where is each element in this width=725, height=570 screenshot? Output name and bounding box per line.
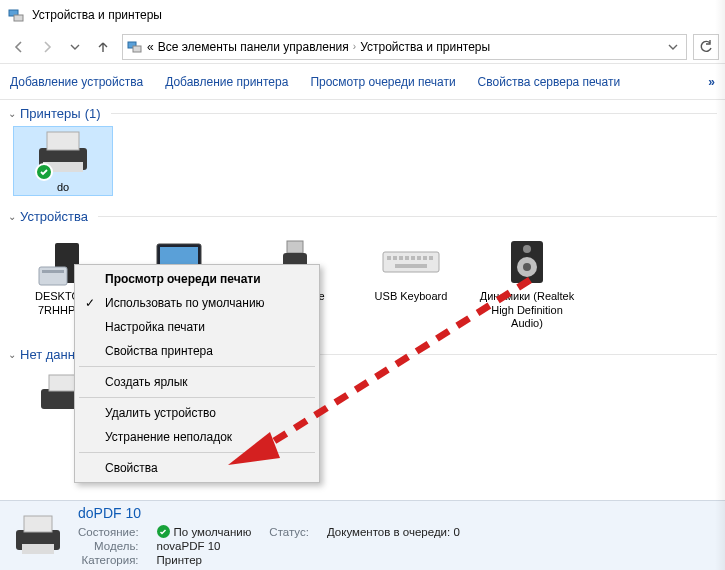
svg-rect-23 [423, 256, 427, 260]
svg-rect-19 [399, 256, 403, 260]
details-state-value: По умолчанию [157, 525, 252, 538]
details-status-value: Документов в очереди: 0 [327, 526, 460, 538]
default-badge-icon [35, 163, 53, 181]
speaker-icon [495, 236, 559, 288]
group-label: Устройства [20, 209, 88, 224]
server-properties-command[interactable]: Свойства сервера печати [478, 75, 621, 89]
details-state-label: Состояние: [78, 526, 139, 538]
chevron-down-icon: ⌄ [8, 211, 16, 222]
details-pane: doPDF 10 Состояние: По умолчанию Статус:… [0, 500, 725, 570]
details-model-value: novaPDF 10 [157, 540, 252, 552]
chevron-down-icon: ⌄ [8, 108, 16, 119]
ctx-printer-properties[interactable]: Свойства принтера [75, 339, 319, 363]
group-header-devices[interactable]: ⌄ Устройства [0, 203, 725, 226]
separator [79, 366, 315, 367]
svg-rect-1 [14, 15, 23, 21]
details-category-label: Категория: [78, 554, 139, 566]
svg-rect-22 [417, 256, 421, 260]
details-status-label: Статус: [269, 526, 309, 538]
printer-icon [10, 512, 66, 560]
ctx-properties[interactable]: Свойства [75, 456, 319, 480]
svg-rect-20 [405, 256, 409, 260]
svg-rect-14 [287, 241, 303, 253]
breadcrumb-prefix: « [147, 40, 154, 54]
forward-button[interactable] [34, 34, 60, 60]
titlebar: Устройства и принтеры [0, 0, 725, 30]
printer-icon [31, 127, 95, 179]
ctx-create-shortcut[interactable]: Создать ярлык [75, 370, 319, 394]
add-printer-command[interactable]: Добавление принтера [165, 75, 288, 89]
address-dropdown-button[interactable] [664, 42, 682, 52]
command-bar: Добавление устройства Добавление принтер… [0, 64, 725, 100]
back-button[interactable] [6, 34, 32, 60]
control-panel-icon [127, 39, 143, 55]
svg-rect-16 [383, 252, 439, 272]
svg-rect-21 [411, 256, 415, 260]
svg-rect-24 [429, 256, 433, 260]
device-label: do [57, 181, 69, 195]
separator [79, 452, 315, 453]
view-queue-command[interactable]: Просмотр очереди печати [310, 75, 455, 89]
ctx-set-default[interactable]: ✓ Использовать по умолчанию [75, 291, 319, 315]
checkmark-icon: ✓ [85, 296, 95, 310]
device-label: USB Keyboard [375, 290, 448, 304]
context-menu: Просмотр очереди печати ✓ Использовать п… [74, 264, 320, 483]
group-label: Принтеры [20, 106, 81, 121]
ctx-open-queue[interactable]: Просмотр очереди печати [75, 267, 319, 291]
printer-item-selected[interactable]: do [14, 127, 112, 195]
svg-rect-25 [395, 264, 427, 268]
breadcrumb-chevron-icon[interactable]: › [353, 41, 356, 52]
up-button[interactable] [90, 34, 116, 60]
add-device-command[interactable]: Добавление устройства [10, 75, 143, 89]
ok-badge-icon [157, 525, 170, 538]
svg-rect-5 [47, 132, 79, 150]
group-count: (1) [85, 106, 101, 121]
svg-rect-8 [39, 267, 67, 285]
svg-rect-17 [387, 256, 391, 260]
ctx-remove-device[interactable]: Удалить устройство [75, 401, 319, 425]
device-item[interactable]: USB Keyboard [362, 236, 460, 331]
devices-printers-icon [8, 7, 24, 23]
address-bar[interactable]: « Все элементы панели управления › Устро… [122, 34, 687, 60]
breadcrumb-item[interactable]: Устройства и принтеры [360, 40, 490, 54]
more-commands-button[interactable]: » [708, 75, 715, 89]
ctx-printing-preferences[interactable]: Настройка печати [75, 315, 319, 339]
chevron-down-icon: ⌄ [8, 349, 16, 360]
svg-point-29 [523, 245, 531, 253]
window-title: Устройства и принтеры [32, 8, 162, 22]
svg-rect-35 [24, 516, 52, 532]
recent-locations-button[interactable] [62, 34, 88, 60]
navbar: « Все элементы панели управления › Устро… [0, 30, 725, 64]
svg-rect-18 [393, 256, 397, 260]
svg-rect-36 [22, 544, 54, 554]
device-item[interactable]: Динамики (Realtek High Definition Audio) [478, 236, 576, 331]
content-pane: ⌄ Принтеры (1) do ⌄ Устройства DESKTOP-7… [0, 100, 725, 530]
svg-point-28 [523, 263, 531, 271]
device-label: Динамики (Realtek High Definition Audio) [478, 290, 576, 331]
details-category-value: Принтер [157, 554, 252, 566]
group-header-printers[interactable]: ⌄ Принтеры (1) [0, 100, 725, 123]
keyboard-icon [379, 236, 443, 288]
details-model-label: Модель: [78, 540, 139, 552]
torn-edge-decoration [715, 0, 725, 570]
ctx-troubleshoot[interactable]: Устранение неполадок [75, 425, 319, 449]
svg-rect-3 [133, 46, 141, 52]
breadcrumb-item[interactable]: Все элементы панели управления [158, 40, 349, 54]
svg-rect-31 [49, 375, 77, 391]
details-title: doPDF 10 [78, 505, 460, 521]
svg-rect-9 [42, 270, 64, 273]
separator [79, 397, 315, 398]
